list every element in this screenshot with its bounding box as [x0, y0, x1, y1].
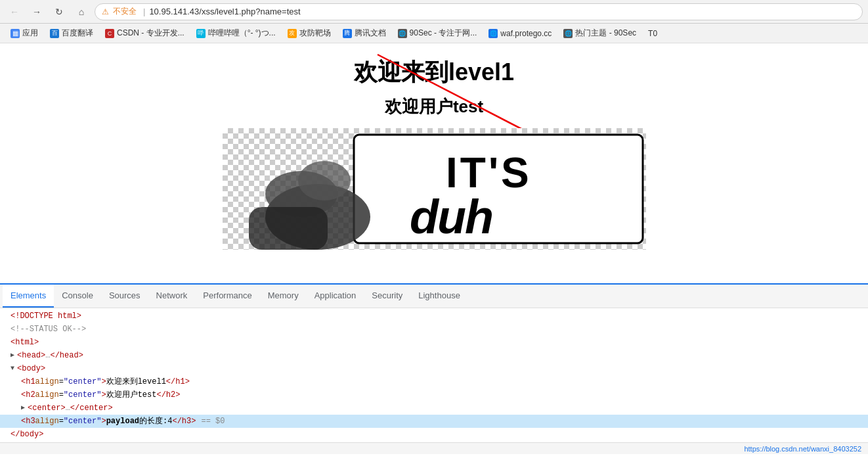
bookmark-waf-icon: 🌐 — [488, 29, 498, 38]
code-line-5: <body> — [0, 362, 868, 375]
tab-sources[interactable]: Sources — [101, 285, 148, 308]
back-button[interactable]: ← — [5, 3, 24, 21]
meme-svg: IT'S duh — [223, 128, 646, 250]
bookmark-translate[interactable]: 百 百度翻译 — [45, 26, 98, 40]
bookmark-tencent[interactable]: 腾 腾讯文档 — [337, 26, 391, 40]
bookmark-csdn[interactable]: C CSDN - 专业开发... — [100, 26, 190, 40]
code-line-2: <!--STATUS OK--> — [0, 323, 868, 336]
tab-console[interactable]: Console — [54, 285, 101, 308]
bookmarks-bar: ▦ 应用 百 百度翻译 C CSDN - 专业开发... 哔 哔哩哔哩（°- °… — [0, 24, 868, 43]
tab-network[interactable]: Network — [148, 285, 196, 308]
status-url: https://blog.csdn.net/wanxi_8403252 — [744, 445, 861, 453]
code-line-3: <html> — [0, 336, 868, 349]
code-line-9[interactable]: <h3 align="center">payload的长度:4</h3> == … — [0, 415, 868, 428]
security-warning-icon: ⚠ — [102, 7, 109, 16]
bookmark-bilibili[interactable]: 哔 哔哩哔哩（°- °)つ... — [191, 26, 281, 40]
bookmark-attack[interactable]: 攻 攻防靶场 — [282, 26, 336, 40]
tab-lighthouse[interactable]: Lighthouse — [410, 285, 468, 308]
svg-point-11 — [298, 161, 351, 200]
devtools-panel: Elements Console Sources Network Perform… — [0, 283, 868, 454]
bookmark-hottheme[interactable]: 🌐 热门主题 - 90Sec — [558, 26, 641, 40]
bookmark-waf[interactable]: 🌐 waf.protego.cc — [483, 28, 557, 39]
devtools-tabs: Elements Console Sources Network Perform… — [0, 285, 868, 308]
code-line-10: </body> — [0, 428, 868, 441]
svg-text:duh: duh — [410, 191, 492, 243]
url-text: 10.95.141.43/xss/level1.php?name=test — [149, 7, 300, 16]
tab-application[interactable]: Application — [307, 285, 364, 308]
code-panel: <!DOCTYPE html> <!--STATUS OK--> <html> … — [0, 308, 868, 442]
svg-rect-12 — [249, 207, 328, 250]
code-line-6: <h1 align="center">欢迎来到level1</h1> — [0, 375, 868, 388]
bookmark-bilibili-icon: 哔 — [196, 29, 206, 38]
bookmark-t0-label: T0 — [648, 29, 657, 38]
security-label: 不安全 — [113, 6, 137, 17]
code-line-7: <h2 align="center">欢迎用户test</h2> — [0, 388, 868, 402]
address-bar[interactable]: ⚠ 不安全 | 10.95.141.43/xss/level1.php?name… — [95, 3, 863, 20]
bookmark-attack-icon: 攻 — [288, 29, 297, 38]
nav-bar: ← → ↻ ⌂ ⚠ 不安全 | 10.95.141.43/xss/level1.… — [0, 0, 868, 24]
bookmark-tencent-icon: 腾 — [343, 29, 352, 38]
page-title: 欢迎来到level1 — [354, 57, 514, 89]
forward-button[interactable]: → — [28, 3, 46, 21]
bookmark-translate-icon: 百 — [50, 29, 59, 38]
code-line-4: <head> … </head> — [0, 349, 868, 362]
bookmark-sec90-icon: 🌐 — [398, 29, 407, 38]
svg-text:IT'S: IT'S — [446, 149, 532, 196]
tab-memory[interactable]: Memory — [260, 285, 307, 308]
tab-security[interactable]: Security — [364, 285, 410, 308]
browser-window: ← → ↻ ⌂ ⚠ 不安全 | 10.95.141.43/xss/level1.… — [0, 0, 868, 454]
tab-elements[interactable]: Elements — [3, 285, 54, 308]
status-bar: https://blog.csdn.net/wanxi_8403252 — [0, 442, 868, 454]
code-line-8: <center> … </center> — [0, 402, 868, 415]
home-button[interactable]: ⌂ — [72, 3, 91, 21]
bookmark-csdn-icon: C — [105, 29, 114, 38]
page-subtitle: 欢迎用户test — [385, 95, 483, 118]
bookmark-app[interactable]: ▦ 应用 — [5, 26, 43, 40]
page-content: 欢迎来到level1 欢迎用户test — [0, 43, 868, 283]
separator: | — [143, 7, 145, 16]
tab-performance[interactable]: Performance — [195, 285, 259, 308]
bookmark-t0[interactable]: T0 — [643, 28, 662, 39]
refresh-button[interactable]: ↻ — [50, 3, 68, 21]
code-line-1: <!DOCTYPE html> — [0, 310, 868, 323]
bookmark-hottheme-icon: 🌐 — [563, 29, 573, 38]
meme-image: IT'S duh — [223, 128, 646, 250]
bookmark-app-icon: ▦ — [11, 29, 20, 38]
bookmark-sec90[interactable]: 🌐 90Sec - 专注于网... — [393, 26, 483, 40]
